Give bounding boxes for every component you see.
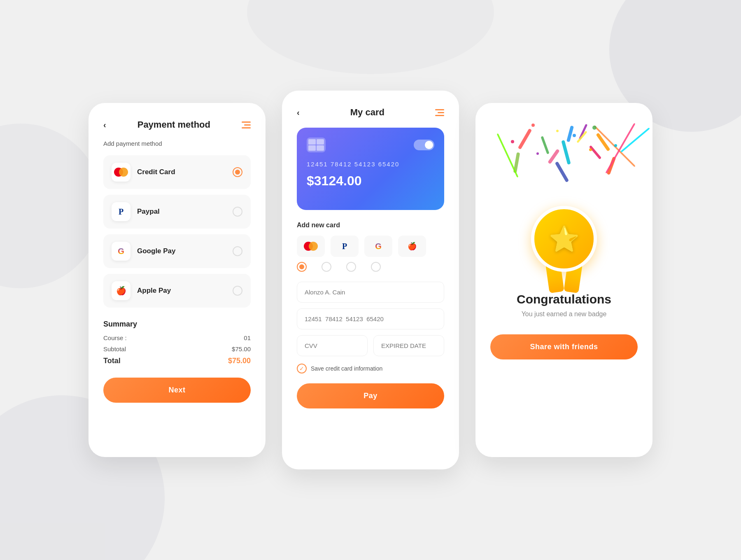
- card-cvv-expiry-row: [297, 335, 444, 356]
- paypal-icon: P: [112, 202, 130, 221]
- congratulations-screen: ⭐ Congratulations You just earned a new …: [475, 103, 652, 457]
- summary-title: Summary: [103, 320, 251, 329]
- paypal-type-radio[interactable]: [322, 262, 331, 272]
- total-value: $75.00: [228, 357, 251, 365]
- add-new-card-label: Add new card: [297, 222, 444, 229]
- google-btn[interactable]: G: [364, 236, 392, 257]
- paypal-option[interactable]: P Paypal: [103, 195, 251, 229]
- apple-btn[interactable]: 🍎: [398, 236, 426, 257]
- back-button-screen1[interactable]: ‹: [103, 120, 106, 130]
- medal-star: ⭐: [549, 224, 580, 254]
- credit-card-radio[interactable]: [233, 167, 242, 177]
- card-toggle[interactable]: [414, 140, 434, 150]
- course-value: 01: [244, 334, 251, 341]
- paypal-btn[interactable]: P: [331, 236, 359, 257]
- paypal-label: Paypal: [137, 208, 233, 216]
- card-chip: [307, 138, 326, 152]
- apple-pay-icon: 🍎: [112, 281, 130, 300]
- medal: ⭐: [531, 206, 597, 272]
- course-label: Course :: [103, 334, 127, 341]
- apple-pay-label: Apple Pay: [137, 287, 233, 295]
- total-row: Total $75.00: [103, 357, 251, 365]
- subtotal-row: Subtotal $75.00: [103, 345, 251, 352]
- google-pay-icon: G: [112, 242, 130, 261]
- google-pay-label: Google Pay: [137, 247, 233, 255]
- save-check-icon[interactable]: ✓: [297, 364, 307, 373]
- screen1-title: Payment method: [137, 119, 210, 130]
- my-card-screen: ‹ My card 12451 78412 54123 65420 $3124.…: [282, 91, 459, 469]
- mastercard-radio[interactable]: [297, 262, 307, 272]
- screen2-title: My card: [350, 107, 384, 118]
- google-pay-option[interactable]: G Google Pay: [103, 234, 251, 268]
- google-type-radio[interactable]: [346, 262, 356, 272]
- card-balance: $3124.00: [307, 173, 434, 189]
- card-type-row: P G 🍎: [297, 236, 444, 257]
- save-check-label: Save credit card information: [311, 365, 382, 372]
- add-payment-label: Add payment method: [103, 140, 251, 147]
- cvv-input[interactable]: [297, 335, 368, 356]
- course-row: Course : 01: [103, 334, 251, 341]
- back-button-screen2[interactable]: ‹: [297, 108, 300, 117]
- subtotal-label: Subtotal: [103, 345, 126, 352]
- congratulations-subtitle: You just earned a new badge: [490, 310, 638, 318]
- next-button[interactable]: Next: [103, 378, 251, 403]
- congratulations-title: Congratulations: [490, 292, 638, 306]
- filter-icon[interactable]: [242, 121, 251, 128]
- save-info-row: ✓ Save credit card information: [297, 364, 444, 373]
- cardholder-input[interactable]: [297, 282, 444, 303]
- filter-icon-screen2[interactable]: [435, 109, 444, 116]
- mastercard-btn[interactable]: [297, 236, 325, 257]
- payment-method-screen: ‹ Payment method Add payment method Cred…: [89, 103, 266, 457]
- card-number-input[interactable]: [297, 308, 444, 329]
- credit-card-display: 12451 78412 54123 65420 $3124.00: [297, 128, 444, 210]
- apple-pay-option[interactable]: 🍎 Apple Pay: [103, 274, 251, 308]
- apple-pay-radio[interactable]: [233, 286, 242, 296]
- card-number-display: 12451 78412 54123 65420: [307, 161, 434, 168]
- subtotal-value: $75.00: [232, 345, 251, 352]
- summary-section: Summary Course : 01 Subtotal $75.00 Tota…: [103, 320, 251, 365]
- card-chip-area: [307, 138, 434, 152]
- apple-type-radio[interactable]: [371, 262, 381, 272]
- credit-card-icon: [112, 163, 130, 182]
- total-label: Total: [103, 357, 121, 365]
- credit-card-option[interactable]: Credit Card: [103, 155, 251, 189]
- pay-button[interactable]: Pay: [297, 383, 444, 408]
- credit-card-label: Credit Card: [137, 168, 233, 176]
- screen1-header: ‹ Payment method: [103, 119, 251, 130]
- share-button[interactable]: Share with friends: [490, 334, 638, 359]
- expiry-input[interactable]: [373, 335, 444, 356]
- confetti-area: ⭐: [490, 119, 638, 284]
- card-type-radio-row: [297, 262, 444, 272]
- medal-wrapper: ⭐: [531, 206, 597, 272]
- paypal-radio[interactable]: [233, 207, 242, 217]
- google-pay-radio[interactable]: [233, 246, 242, 256]
- screen2-header: ‹ My card: [297, 107, 444, 118]
